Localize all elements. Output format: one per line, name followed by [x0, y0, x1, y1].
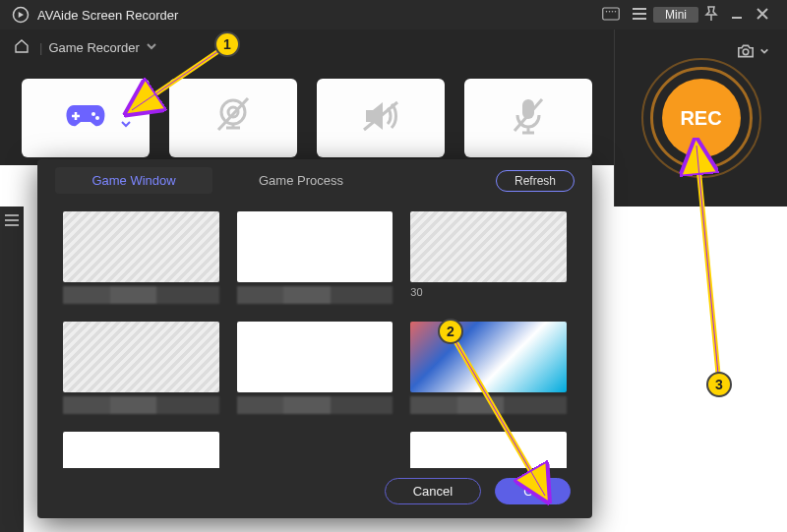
mic-off-icon: [511, 95, 546, 141]
screenshot-button[interactable]: [736, 43, 769, 59]
chevron-down-icon[interactable]: [120, 118, 132, 133]
app-logo-icon: [12, 6, 30, 24]
webcam-off-icon: [212, 96, 254, 140]
window-item[interactable]: [63, 211, 219, 304]
window-item[interactable]: [410, 322, 567, 414]
speaker-card[interactable]: [317, 79, 445, 157]
game-controller-icon: [64, 101, 107, 135]
home-icon[interactable]: [14, 38, 30, 57]
window-item[interactable]: 30: [410, 211, 567, 304]
menu-icon[interactable]: [626, 7, 653, 24]
window-thumbnails: 30: [37, 202, 592, 468]
svg-point-5: [615, 11, 617, 13]
chevron-down-icon[interactable]: [146, 40, 157, 55]
svg-point-2: [606, 11, 608, 13]
svg-point-3: [609, 11, 611, 13]
svg-point-4: [612, 11, 614, 13]
record-button[interactable]: REC: [662, 79, 741, 157]
window-item[interactable]: [237, 322, 394, 414]
titlebar: AVAide Screen Recorder Mini: [0, 0, 787, 30]
tab-game-process[interactable]: Game Process: [222, 167, 380, 194]
refresh-button[interactable]: Refresh: [496, 170, 575, 192]
window-item[interactable]: [410, 432, 567, 468]
close-button[interactable]: [750, 7, 775, 24]
keyboard-icon[interactable]: [596, 7, 626, 24]
webcam-card[interactable]: [169, 79, 297, 157]
game-select-popup: Game Window Game Process Refresh 30 Canc…: [37, 159, 592, 518]
svg-rect-1: [603, 8, 620, 20]
window-item[interactable]: [63, 432, 219, 468]
window-item[interactable]: [237, 211, 394, 304]
record-panel: REC: [614, 30, 787, 207]
speaker-off-icon: [360, 98, 401, 138]
source-card-row: [0, 65, 614, 165]
cancel-button[interactable]: Cancel: [385, 478, 481, 504]
svg-point-12: [91, 112, 95, 116]
mini-mode-button[interactable]: Mini: [653, 7, 698, 23]
ok-button[interactable]: OK: [495, 478, 571, 504]
mic-card[interactable]: [464, 79, 592, 157]
svg-point-13: [95, 116, 99, 120]
side-menu-icon[interactable]: [0, 207, 24, 532]
game-source-card[interactable]: [22, 79, 150, 157]
app-title: AVAide Screen Recorder: [37, 8, 178, 23]
window-item[interactable]: [63, 322, 219, 414]
pin-icon[interactable]: [698, 6, 724, 25]
divider: |: [39, 40, 42, 55]
background-area: [610, 207, 787, 532]
mode-label[interactable]: Game Recorder: [48, 40, 139, 55]
tab-game-window[interactable]: Game Window: [55, 167, 212, 194]
svg-point-20: [743, 49, 749, 55]
minimize-button[interactable]: [724, 7, 750, 24]
